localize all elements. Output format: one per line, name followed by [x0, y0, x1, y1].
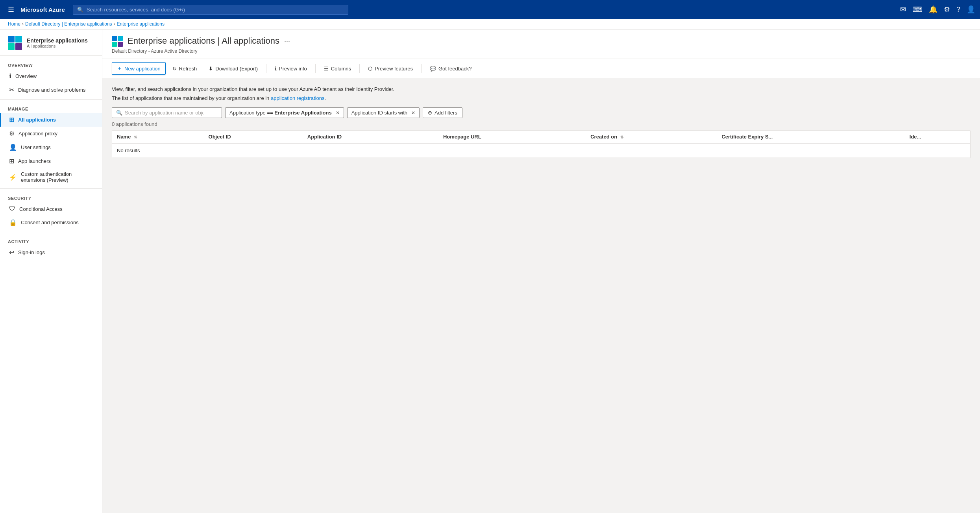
refresh-icon: ↻: [172, 66, 177, 72]
search-filter-icon: 🔍: [116, 110, 122, 116]
app-launchers-icon: ⊞: [9, 157, 14, 165]
col-cert-expiry: Certificate Expiry S...: [717, 131, 904, 143]
name-sort-icon[interactable]: ⇅: [134, 135, 137, 139]
global-search-input[interactable]: [87, 7, 344, 13]
sidebar-section-security: Security: [0, 191, 102, 202]
cloud-shell-icon[interactable]: ⌨: [912, 5, 923, 14]
col-ide: Ide...: [905, 131, 970, 143]
download-label: Download (Export): [215, 66, 258, 72]
preview-info-button[interactable]: ℹ Preview info: [270, 63, 312, 74]
download-icon: ⬇: [209, 66, 213, 72]
breadcrumb-sep-1: ›: [22, 21, 24, 27]
col-homepage-url: Homepage URL: [438, 131, 586, 143]
add-filters-label: Add filters: [435, 110, 457, 116]
application-id-filter[interactable]: Application ID starts with ✕: [347, 107, 420, 118]
conditional-access-icon: 🛡: [9, 205, 15, 212]
info-icon: ℹ: [275, 66, 277, 72]
preview-features-button[interactable]: ⬡ Preview features: [363, 63, 418, 74]
sign-in-logs-icon: ↩: [9, 249, 14, 256]
sidebar: Enterprise applications All applications…: [0, 30, 102, 513]
columns-button[interactable]: ☰ Columns: [319, 63, 356, 74]
sidebar-item-consent-permissions[interactable]: 🔒 Consent and permissions: [0, 216, 102, 229]
sidebar-divider-security: [0, 188, 102, 189]
overview-icon: ℹ: [9, 72, 11, 80]
sidebar-label-overview: Overview: [15, 73, 37, 79]
refresh-button[interactable]: ↻ Refresh: [167, 63, 202, 74]
sidebar-section-manage: Manage: [0, 102, 102, 113]
app-id-filter-close[interactable]: ✕: [411, 110, 415, 116]
brand-name: Microsoft Azure: [20, 6, 65, 13]
created-on-sort-icon[interactable]: ⇅: [620, 135, 623, 139]
content-area: Enterprise applications | All applicatio…: [102, 30, 980, 513]
add-filters-button[interactable]: ⊕ Add filters: [423, 107, 462, 118]
sidebar-item-sign-in-logs[interactable]: ↩ Sign-in logs: [0, 245, 102, 259]
app-id-filter-label: Application ID starts with: [351, 110, 407, 116]
sidebar-item-app-launchers[interactable]: ⊞ App launchers: [0, 154, 102, 168]
search-icon: 🔍: [77, 7, 83, 13]
logo-cell-3: [8, 43, 15, 50]
preview-features-icon: ⬡: [368, 66, 372, 72]
preview-info-label: Preview info: [279, 66, 307, 72]
results-count: 0 applications found: [112, 121, 971, 127]
sidebar-item-custom-auth[interactable]: ⚡ Custom authentication extensions (Prev…: [0, 168, 102, 186]
logo-cell-1: [8, 36, 15, 42]
consent-icon: 🔒: [9, 219, 17, 226]
app-type-filter-label: Application type == Enterprise Applicati…: [229, 110, 332, 116]
add-filters-icon: ⊕: [428, 110, 432, 116]
breadcrumb-home[interactable]: Home: [8, 21, 20, 27]
toolbar-sep-3: [359, 64, 360, 73]
new-application-label: New application: [124, 66, 161, 72]
sidebar-label-application-proxy: Application proxy: [18, 131, 57, 137]
custom-auth-icon: ⚡: [9, 173, 17, 181]
email-icon[interactable]: ✉: [900, 5, 906, 14]
top-nav: ☰ Microsoft Azure 🔍 ✉ ⌨ 🔔 ⚙ ? 👤: [0, 0, 980, 19]
breadcrumb-enterprise-apps[interactable]: Enterprise applications: [117, 21, 165, 27]
col-object-id: Object ID: [204, 131, 303, 143]
col-name[interactable]: Name ⇅: [112, 131, 204, 143]
sidebar-section-activity: Activity: [0, 234, 102, 245]
sidebar-item-all-applications[interactable]: ⊞ All applications: [0, 113, 102, 127]
breadcrumb-sep-2: ›: [114, 21, 115, 27]
new-application-button[interactable]: ＋ New application: [112, 62, 166, 75]
sidebar-item-overview[interactable]: ℹ Overview: [0, 69, 102, 83]
table-body: No results: [112, 143, 970, 158]
diagnose-icon: ✂: [9, 86, 14, 94]
preview-features-label: Preview features: [375, 66, 413, 72]
breadcrumb-default-dir[interactable]: Default Directory | Enterprise applicati…: [25, 21, 112, 27]
all-apps-icon: ⊞: [9, 116, 14, 124]
application-type-filter[interactable]: Application type == Enterprise Applicati…: [225, 107, 344, 118]
sidebar-title: Enterprise applications: [27, 37, 88, 44]
page-header: Enterprise applications | All applicatio…: [102, 30, 980, 59]
sidebar-item-diagnose[interactable]: ✂ Diagnose and solve problems: [0, 83, 102, 97]
app-type-filter-close[interactable]: ✕: [336, 110, 340, 116]
plus-icon: ＋: [117, 65, 122, 72]
ellipsis-button[interactable]: ···: [284, 37, 290, 46]
sidebar-item-user-settings[interactable]: 👤 User settings: [0, 140, 102, 154]
feedback-icon: 💬: [430, 66, 436, 72]
search-input[interactable]: [125, 110, 203, 116]
toolbar: ＋ New application ↻ Refresh ⬇ Download (…: [102, 59, 980, 78]
logo-cell-4: [15, 43, 22, 50]
notifications-icon[interactable]: 🔔: [929, 5, 937, 14]
global-search-bar[interactable]: 🔍: [73, 5, 348, 15]
feedback-label: Got feedback?: [438, 66, 472, 72]
search-filter[interactable]: 🔍: [112, 107, 222, 118]
user-avatar[interactable]: 👤: [967, 5, 975, 14]
sidebar-divider-activity: [0, 232, 102, 232]
help-icon[interactable]: ?: [956, 6, 960, 14]
col-created-on[interactable]: Created on ⇅: [586, 131, 717, 143]
feedback-button[interactable]: 💬 Got feedback?: [425, 63, 477, 74]
columns-label: Columns: [331, 66, 351, 72]
app-registrations-link[interactable]: application registrations: [271, 95, 325, 101]
sidebar-header: Enterprise applications All applications: [0, 30, 102, 53]
table-container: Name ⇅ Object ID Application ID Homepage…: [112, 130, 971, 158]
settings-icon[interactable]: ⚙: [944, 5, 950, 14]
page-subtitle: Default Directory - Azure Active Directo…: [112, 48, 971, 54]
no-results-row: No results: [112, 143, 970, 158]
sidebar-item-conditional-access[interactable]: 🛡 Conditional Access: [0, 202, 102, 216]
download-button[interactable]: ⬇ Download (Export): [203, 63, 263, 74]
hamburger-button[interactable]: ☰: [5, 4, 17, 15]
sidebar-title-block: Enterprise applications All applications: [27, 37, 88, 48]
sidebar-item-application-proxy[interactable]: ⚙ Application proxy: [0, 127, 102, 140]
sidebar-label-consent-permissions: Consent and permissions: [21, 220, 79, 225]
